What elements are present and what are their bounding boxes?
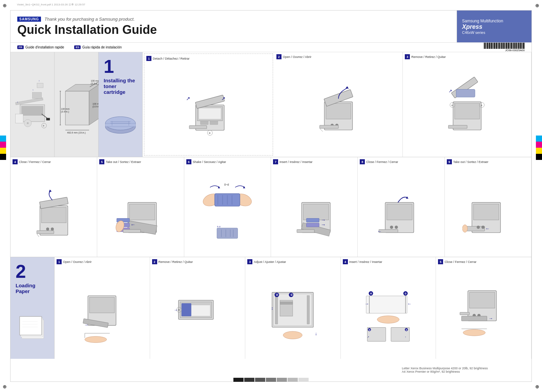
step6-inset-svg: 5~6 [215, 225, 239, 243]
step5-cell: 5 Take out / Sortez / Extraer [97, 157, 184, 257]
svg-text:5~6: 5~6 [217, 225, 221, 228]
svg-text:↕: ↕ [271, 306, 274, 311]
sec2-step5-svg: → [458, 272, 509, 350]
lang-text-fr: Guide d'installation rapide [25, 45, 64, 49]
svg-text:↗: ↗ [186, 95, 191, 101]
svg-rect-82 [123, 229, 141, 232]
step7-img: → → [273, 166, 355, 255]
crop-mark-br: ⊕ [535, 384, 539, 389]
step6-header: 6 Shake / Secouez / Agitar [186, 159, 269, 164]
svg-rect-54 [320, 125, 338, 128]
svg-text:←: ← [377, 229, 382, 234]
svg-point-111 [395, 226, 398, 229]
step3-cell: 3 Remove / Retirez / Quitar ↗ ⊕ [403, 52, 531, 157]
section2-intro: 2 Loading Paper [11, 257, 55, 359]
crop-mark-bl: ⊕ [3, 384, 7, 389]
step2-desc: Open / Ouvrez / Abrir [283, 55, 312, 59]
svg-text:100 mm: 100 mm [92, 103, 99, 105]
step1-desc: Detach / Détachez / Retirar [153, 57, 190, 60]
step7-svg: → → [289, 175, 340, 246]
sec2-step5-header: 5 Close / Fermez / Cerrar [438, 259, 529, 264]
step6-main-svg: 5~6 [202, 178, 253, 222]
sec2-step1-num: 1 [57, 259, 62, 264]
step7-desc: Insert / Insérez / Insertar [279, 160, 313, 164]
svg-rect-123 [20, 316, 42, 335]
toner-intro-box: 1 Installing the toner cartridge [99, 52, 143, 157]
svg-text:⊕: ⊕ [480, 104, 482, 106]
lang-badge-fr: FR [17, 45, 24, 49]
svg-rect-72 [37, 231, 54, 234]
sec2-step3-header: 3 Adjust / Ajuster / Ajustar [247, 259, 338, 264]
svg-text:↑: ↑ [39, 79, 40, 82]
step8-header: 8 Close / Fermez / Cerrar [360, 159, 442, 164]
section1-number: 1 [104, 57, 137, 76]
sec2-step4-inset1-svg: ③ ↗ [366, 326, 388, 343]
svg-rect-176 [461, 316, 487, 321]
step8-num: 8 [360, 159, 365, 164]
step4-cell: 4 Close / Fermez / Cerrar [11, 157, 97, 257]
sec2-step4-header: 4 Insert / Insérez / Insertar [343, 259, 434, 264]
step9-desc: Take out / Sortez / Extraer [453, 160, 488, 164]
svg-rect-108 [387, 204, 412, 220]
svg-rect-10 [16, 114, 23, 123]
step9-cell: 9 Take out / Sortez / Extraer ← [445, 157, 531, 257]
sec2-step3-desc: Adjust / Ajuster / Ajustar [254, 260, 286, 264]
sec2-step3-num: 3 [247, 259, 252, 264]
tagline: Thank you for purchasing a Samsung produ… [44, 17, 135, 22]
sec2-step2-svg: ⊕ → [172, 272, 223, 350]
swatch-black [233, 378, 244, 382]
step3-header: 3 Remove / Retirez / Quitar [405, 54, 529, 59]
step1-svg: ↗ ↗ ⊕ [183, 74, 234, 142]
sec2-step2-header: 2 Remove / Retirez / Quitar [152, 259, 243, 264]
svg-rect-4 [37, 83, 43, 88]
dimensions-box: 100 mm (3.9 in.) 482.6 mm (19.in.) 100 m… [55, 52, 99, 157]
step7-num: 7 [273, 159, 278, 164]
sec2-step4-inset2-svg: ② ↑ [389, 326, 411, 343]
color-bar-left [0, 136, 6, 160]
sec2-step5-cell: 5 Close / Fermez / Cerrar → [436, 257, 531, 359]
step4-img [13, 166, 95, 255]
svg-rect-112 [379, 229, 398, 232]
sec2-step4-cell: 4 Insert / Insérez / Insertar ④ ① → [341, 257, 436, 359]
barcode-text: JC68-03025A00 [505, 49, 525, 52]
sec2-step3-svg: ② ① ↕ ↓ [267, 283, 318, 340]
svg-point-120 [482, 226, 485, 229]
svg-text:←: ← [407, 301, 412, 306]
svg-point-133 [85, 336, 107, 343]
swatch-dark1 [244, 378, 254, 382]
sec2-step4-num: 4 [343, 259, 348, 264]
step5-img: ← [99, 166, 182, 255]
sec2-step1-svg: → [82, 274, 122, 349]
svg-rect-40 [201, 121, 208, 124]
step4-svg [35, 175, 72, 246]
svg-text:↗: ↗ [367, 335, 369, 338]
sec2-step4-main-svg: ④ ① → ← [363, 280, 414, 324]
step5-svg: ← [115, 175, 166, 246]
sec2-step5-desc: Close / Fermez / Cerrar [444, 260, 476, 264]
sec2-step4-desc: Insert / Insérez / Insertar [349, 260, 382, 264]
svg-text:←: ← [485, 226, 490, 231]
lang-item-fr: FR Guide d'installation rapide [17, 45, 64, 49]
crop-mark-tl: ⊕ [3, 3, 7, 8]
svg-text:↑: ↑ [33, 88, 34, 91]
svg-text:→: → [84, 322, 89, 327]
step2-header: 2 Open / Ouvrez / Abrir [276, 54, 401, 59]
svg-marker-69 [49, 190, 51, 192]
step1-cell: 1 Detach / Détachez / Retirar ↗ ↗ [144, 54, 273, 156]
step6-num: 6 [186, 159, 191, 164]
svg-rect-106 [297, 229, 314, 232]
step1-header: 1 Detach / Détachez / Retirar [146, 56, 271, 61]
footer-notes: Letter Xerox Business Multipurpose 4200 … [402, 367, 488, 373]
svg-rect-128 [89, 297, 114, 313]
svg-rect-151 [280, 302, 293, 305]
step3-img: ↗ ⊕ ⊕ [405, 61, 529, 155]
step1-num: 1 [146, 56, 151, 61]
svg-text:100 mm: 100 mm [61, 108, 69, 110]
svg-rect-1 [22, 106, 43, 115]
svg-text:↑: ↑ [17, 101, 18, 104]
bottom-color-bar [10, 378, 532, 382]
sec2-step2-img: ⊕ → [152, 266, 243, 357]
svg-text:①: ① [290, 293, 293, 296]
samsung-logo: SAMSUNG [17, 17, 41, 22]
svg-rect-39 [199, 108, 221, 119]
